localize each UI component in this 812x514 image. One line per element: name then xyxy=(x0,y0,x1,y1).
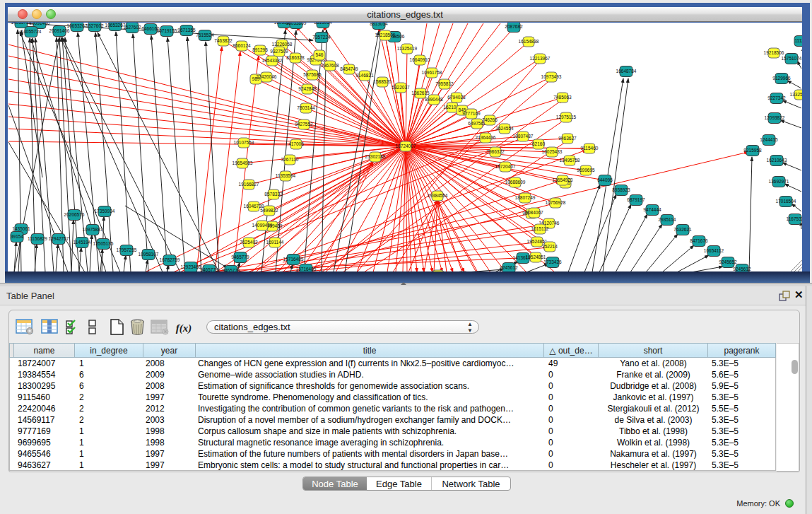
svg-text:9671355: 9671355 xyxy=(177,28,196,33)
svg-text:7485063: 7485063 xyxy=(553,95,572,100)
svg-text:8578332: 8578332 xyxy=(264,192,283,197)
svg-text:12213967: 12213967 xyxy=(530,56,551,61)
svg-text:7463822: 7463822 xyxy=(214,38,233,43)
svg-text:1588520: 1588520 xyxy=(373,79,392,84)
svg-text:9242848: 9242848 xyxy=(298,86,317,91)
svg-text:10653267: 10653267 xyxy=(67,23,88,28)
svg-text:11353594: 11353594 xyxy=(276,173,296,178)
svg-text:644095: 644095 xyxy=(597,177,613,182)
svg-text:9129966: 9129966 xyxy=(772,76,791,81)
svg-text:19218506: 19218506 xyxy=(375,33,396,37)
svg-text:17016504: 17016504 xyxy=(776,199,796,204)
svg-text:16033809: 16033809 xyxy=(286,23,307,25)
svg-text:8471676: 8471676 xyxy=(690,238,708,243)
svg-text:15720407: 15720407 xyxy=(495,164,516,169)
svg-text:11325419: 11325419 xyxy=(397,46,418,51)
svg-text:9227342: 9227342 xyxy=(767,95,786,100)
svg-text:1244415: 1244415 xyxy=(760,137,778,142)
svg-text:9474444: 9474444 xyxy=(643,207,661,212)
svg-text:2367608: 2367608 xyxy=(321,63,339,68)
svg-text:f(x): f(x) xyxy=(176,322,192,334)
svg-text:9699695: 9699695 xyxy=(577,168,595,173)
svg-text:19524851: 19524851 xyxy=(526,255,546,259)
svg-text:10975887: 10975887 xyxy=(83,227,103,232)
svg-text:12975115: 12975115 xyxy=(556,115,577,119)
svg-text:7955812: 7955812 xyxy=(435,81,454,86)
svg-text:9115460: 9115460 xyxy=(581,146,599,151)
svg-text:3624554: 3624554 xyxy=(495,126,514,131)
svg-text:9463627: 9463627 xyxy=(558,136,577,141)
svg-text:9245612: 9245612 xyxy=(500,265,518,270)
svg-text:16648784: 16648784 xyxy=(616,69,637,74)
svg-text:5499822: 5499822 xyxy=(260,208,278,213)
svg-text:10756928: 10756928 xyxy=(546,200,566,205)
svg-text:1362615: 1362615 xyxy=(411,90,430,95)
svg-text:8660124: 8660124 xyxy=(233,43,251,48)
svg-text:13226058: 13226058 xyxy=(272,42,293,47)
svg-text:8938923: 8938923 xyxy=(612,187,630,192)
svg-text:13495758: 13495758 xyxy=(560,158,580,163)
svg-text:12923468: 12923468 xyxy=(181,264,201,269)
svg-text:891295: 891295 xyxy=(252,47,268,52)
svg-text:9777169: 9777169 xyxy=(462,111,481,116)
svg-text:19218506: 19218506 xyxy=(764,50,784,55)
svg-text:3267110: 3267110 xyxy=(281,157,299,162)
svg-text:18724007: 18724007 xyxy=(396,144,416,148)
svg-text:11156829: 11156829 xyxy=(28,236,47,241)
svg-text:8186328: 8186328 xyxy=(286,55,305,60)
svg-text:10688609: 10688609 xyxy=(505,180,526,185)
svg-text:22420046: 22420046 xyxy=(257,74,277,79)
svg-text:5322037: 5322037 xyxy=(392,85,410,90)
svg-text:20206576: 20206576 xyxy=(64,212,85,217)
svg-text:13325419: 13325419 xyxy=(790,92,802,97)
svg-text:16046738: 16046738 xyxy=(244,204,264,209)
svg-text:14099489: 14099489 xyxy=(252,223,273,228)
svg-text:20091406: 20091406 xyxy=(30,23,50,25)
svg-text:10958107: 10958107 xyxy=(139,252,159,257)
svg-text:14055724: 14055724 xyxy=(11,23,32,25)
svg-text:17359934: 17359934 xyxy=(95,209,115,214)
svg-text:2087682: 2087682 xyxy=(505,24,523,29)
svg-text:417006: 417006 xyxy=(288,141,304,146)
svg-text:1167533: 1167533 xyxy=(787,216,802,221)
svg-text:7986322: 7986322 xyxy=(486,149,505,154)
svg-text:10654112: 10654112 xyxy=(704,248,724,253)
svg-text:9146821: 9146821 xyxy=(355,73,374,78)
svg-text:746266: 746266 xyxy=(482,117,498,122)
svg-text:8215958: 8215958 xyxy=(743,148,762,153)
svg-text:6794028: 6794028 xyxy=(447,95,466,100)
svg-text:16210643: 16210643 xyxy=(767,158,787,163)
svg-text:12093822: 12093822 xyxy=(765,115,785,120)
svg-text:19654983: 19654983 xyxy=(233,160,253,165)
svg-text:19166827: 19166827 xyxy=(239,182,259,187)
svg-text:7357224: 7357224 xyxy=(312,35,331,40)
svg-text:13692971: 13692971 xyxy=(769,179,789,184)
svg-text:8990448: 8990448 xyxy=(425,97,443,102)
svg-text:7803144: 7803144 xyxy=(297,105,315,110)
svg-text:19384554: 19384554 xyxy=(428,193,448,198)
svg-text:9245612: 9245612 xyxy=(733,267,751,271)
svg-text:8813054: 8813054 xyxy=(314,23,332,25)
svg-text:15716485: 15716485 xyxy=(296,267,317,271)
svg-text:1691144: 1691144 xyxy=(266,240,284,245)
svg-text:1435061: 1435061 xyxy=(12,226,30,231)
svg-text:9084067: 9084067 xyxy=(525,210,543,215)
svg-text:10719155: 10719155 xyxy=(157,28,177,33)
svg-text:15751074: 15751074 xyxy=(782,56,802,61)
svg-text:7625402: 7625402 xyxy=(240,240,258,245)
svg-text:10973493: 10973493 xyxy=(541,74,562,79)
svg-text:5875685: 5875685 xyxy=(303,72,322,77)
svg-text:7632621: 7632621 xyxy=(673,227,692,232)
svg-text:20091406: 20091406 xyxy=(49,28,70,33)
svg-text:1145194: 1145194 xyxy=(73,240,91,245)
svg-text:9465779: 9465779 xyxy=(231,255,249,259)
svg-text:546: 546 xyxy=(316,52,324,57)
svg-text:1615112: 1615112 xyxy=(531,226,549,231)
svg-text:7515524: 7515524 xyxy=(196,33,214,37)
svg-text:62160: 62160 xyxy=(532,141,545,146)
svg-text:18807249: 18807249 xyxy=(515,195,536,200)
svg-text:13654923: 13654923 xyxy=(553,177,573,182)
svg-text:12942757: 12942757 xyxy=(49,236,69,241)
svg-text:10807487: 10807487 xyxy=(513,134,534,139)
svg-text:1527602: 1527602 xyxy=(123,25,141,30)
